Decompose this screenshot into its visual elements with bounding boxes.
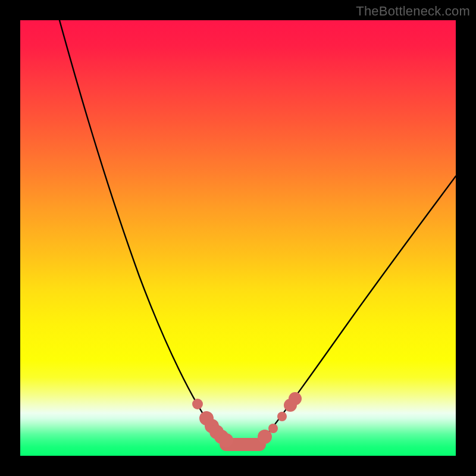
bottleneck-curve [53, 20, 456, 445]
chart-frame: TheBottleneck.com [0, 0, 476, 476]
left-marker-cluster [192, 399, 233, 447]
marker-dot [219, 433, 233, 447]
marker-dot [277, 412, 287, 421]
marker-dot [192, 399, 203, 409]
curve-layer [20, 20, 456, 456]
right-marker-cluster [258, 392, 302, 444]
plot-area [20, 20, 456, 456]
marker-dot [289, 392, 302, 405]
watermark-text: TheBottleneck.com [356, 4, 470, 19]
marker-dot [268, 424, 278, 433]
